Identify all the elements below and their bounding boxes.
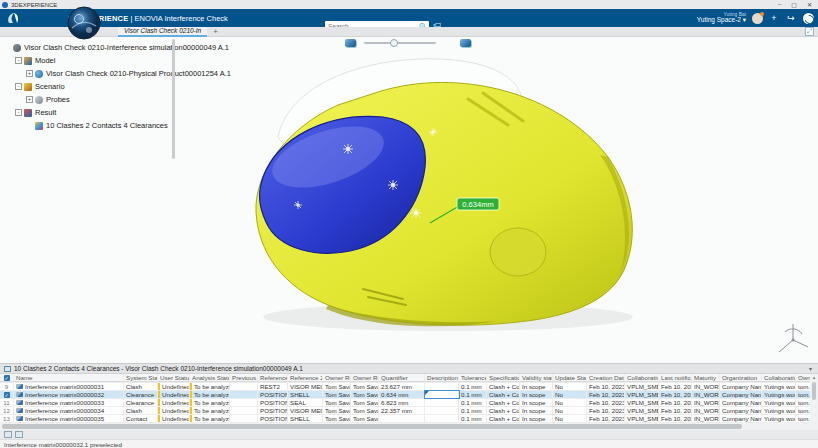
cell-analysis_status[interactable]: To be analyzed [190,383,230,390]
tree-item-probes[interactable]: +Probes [0,93,178,106]
cell-description[interactable] [425,383,459,390]
cell-update_status[interactable]: No [553,399,587,406]
filter-icon[interactable] [4,431,12,438]
cell-collab_space[interactable]: VPLM_SMB... [625,399,659,406]
cell-specification[interactable]: Clash + Conta... [487,391,520,398]
cell-last_notification[interactable]: Feb 10, 2023... [659,415,692,422]
cell-collab_space2[interactable]: Yutings work... [762,391,796,398]
cell-owner_id[interactable]: tom.savage [796,383,810,390]
cell-creation_date[interactable]: Feb 10, 2023... [587,399,625,406]
columns-icon[interactable] [15,431,23,438]
cell-validity_status[interactable]: In scope [520,407,553,414]
cell-specification[interactable]: Clash + Conta... [487,383,520,390]
cell-system_status[interactable]: Clearance [124,391,158,398]
cell-analysis_status[interactable]: To be analyzed [190,415,230,422]
cell-update_status[interactable]: No [553,383,587,390]
column-header-name[interactable]: Name [14,374,124,382]
cell-specification[interactable]: Clash + Conta... [487,399,520,406]
3d-viewport[interactable]: 0.634mm [178,37,818,363]
cell-tolerance[interactable]: 0.1 mm [459,415,487,422]
row-checkbox[interactable]: ✓ [0,391,14,398]
tree-item-product[interactable]: +Visor Clash Check 0210-Physical Product… [0,67,178,80]
cell-collab_space[interactable]: VPLM_SMB... [625,391,659,398]
cell-name[interactable]: Interference matrix00000031 [14,383,124,390]
cell-reference1[interactable]: POSITION2 [258,415,288,422]
part-b-icon[interactable] [460,39,471,47]
expand-view-icon[interactable]: ⤢ [805,27,814,36]
column-header-reference2[interactable]: Reference 2 [288,374,323,382]
cell-owner_id[interactable]: tom.savage [796,415,810,422]
cell-description[interactable] [425,391,459,398]
cell-reference2[interactable]: SHELL [288,415,323,422]
avatar[interactable] [750,11,764,25]
table-vertical-scrollbar[interactable]: ▴ [810,374,818,430]
cell-system_status[interactable]: Clash [124,383,158,390]
cell-reference2[interactable]: SHELL [288,391,323,398]
cell-description[interactable] [425,415,459,422]
chevron-down-icon[interactable]: ▾ [809,365,812,372]
nav-compass-icon[interactable] [779,324,808,352]
cell-name[interactable]: Interference matrix00000033 [14,399,124,406]
cell-user_status[interactable]: Undefined [158,407,190,414]
row-number[interactable]: 11 [0,399,14,406]
cell-tolerance[interactable]: 0.1 mm [459,383,487,390]
minimize-icon[interactable]: – [778,1,781,8]
cell-update_status[interactable]: No [553,407,587,414]
column-header-creation_date[interactable]: Creation Date [587,374,625,382]
cell-quantifier[interactable] [379,415,425,422]
table-horizontal-scrollbar[interactable] [0,423,810,430]
cell-owner_id[interactable]: tom.savage [796,391,810,398]
column-header-tolerance[interactable]: Tolerance [459,374,487,382]
cell-reference2[interactable]: VISOR MECH [288,383,323,390]
column-header-quantifier[interactable]: Quantifier [379,374,425,382]
cell-reference1[interactable]: POSITION1 [258,399,288,406]
cell-previous_status[interactable] [230,383,258,390]
cell-maturity[interactable]: IN_WORK [692,383,720,390]
column-header-maturity[interactable]: Maturity [692,374,720,382]
results-panel-title-bar[interactable]: 10 Clashes 2 Contacts 4 Clearances - Vis… [0,364,818,374]
cell-validity_status[interactable]: In scope [520,383,553,390]
column-header-description[interactable]: Description [425,374,459,382]
table-row[interactable]: 11Interference matrix00000033ClearanceUn… [0,399,810,407]
cell-owner_ref2[interactable]: Tom Savage [351,407,379,414]
cell-last_notification[interactable]: Feb 10, 2023... [659,391,692,398]
cell-tolerance[interactable]: 0.1 mm [459,391,487,398]
cell-organization[interactable]: Company Name [720,415,762,422]
cell-owner_ref2[interactable]: Tom Savage [351,383,379,390]
cell-owner_ref1[interactable]: Tom Savage [323,391,351,398]
column-header-validity_status[interactable]: Validity status [520,374,553,382]
cell-owner_ref1[interactable]: Tom Savage [323,399,351,406]
table-row[interactable]: 12Interference matrix00000034ClashUndefi… [0,407,810,415]
cell-description[interactable] [425,407,459,414]
cell-specification[interactable]: Clash + Conta... [487,407,520,414]
tree-scrollbar[interactable] [172,39,175,159]
interference-check-app-icon[interactable] [62,6,106,40]
cell-user_status[interactable]: Undefined [158,399,190,406]
cell-creation_date[interactable]: Feb 10, 2023... [587,391,625,398]
cell-creation_date[interactable]: Feb 10, 2023... [587,407,625,414]
3ds-logo-icon[interactable] [6,11,20,25]
column-header-specification[interactable]: Specification [487,374,520,382]
cell-maturity[interactable]: IN_WORK [692,415,720,422]
cell-collab_space2[interactable]: Yutings work... [762,399,796,406]
cell-system_status[interactable]: Clash [124,407,158,414]
cell-maturity[interactable]: IN_WORK [692,391,720,398]
column-header-analysis_status[interactable]: Analysis Status [190,374,230,382]
row-number[interactable]: 9 [0,383,14,390]
cell-creation_date[interactable]: Feb 10, 2023... [587,383,625,390]
cell-analysis_status[interactable]: To be analyzed [190,391,230,398]
cell-name[interactable]: Interference matrix00000034 [14,407,124,414]
cell-tolerance[interactable]: 0.1 mm [459,407,487,414]
cell-system_status[interactable]: Contact [124,415,158,422]
tree-item-clashes[interactable]: 10 Clashes 2 Contacts 4 Clearances [0,119,178,132]
cell-specification[interactable]: Clash + Conta... [487,415,520,422]
table-row[interactable]: 9Interference matrix00000031ClashUndefin… [0,383,810,391]
column-header-last_notification[interactable]: Last notificat... [659,374,692,382]
cell-user_status[interactable]: Undefined [158,391,190,398]
cell-quantifier[interactable]: 0.634 mm [379,391,425,398]
cell-validity_status[interactable]: In scope [520,415,553,422]
cell-maturity[interactable]: IN_WORK [692,407,720,414]
cell-reference1[interactable]: POSITION1 [258,391,288,398]
column-header-owner_ref2[interactable]: Owner Refere... [351,374,379,382]
column-header-owner_id[interactable]: Owner ID [796,374,810,382]
